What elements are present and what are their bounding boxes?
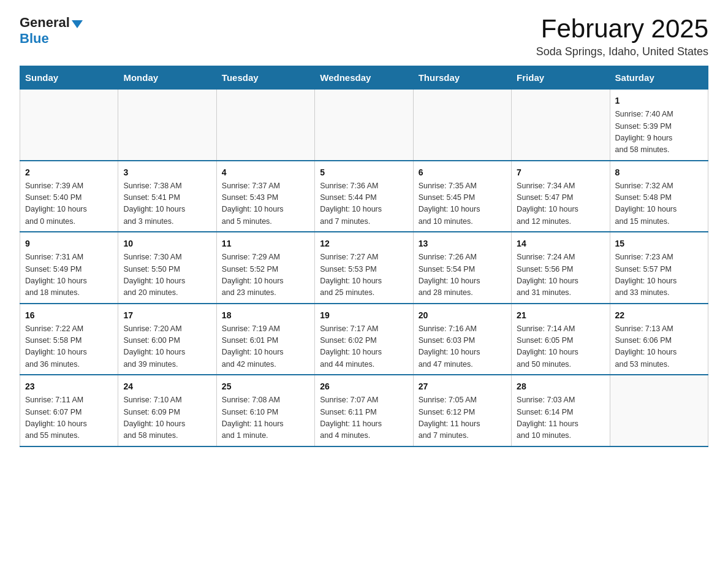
calendar-cell bbox=[118, 90, 216, 161]
calendar-cell: 27Sunrise: 7:05 AM Sunset: 6:12 PM Dayli… bbox=[413, 375, 511, 446]
logo-blue-text: Blue bbox=[20, 31, 49, 47]
calendar-cell: 26Sunrise: 7:07 AM Sunset: 6:11 PM Dayli… bbox=[315, 375, 413, 446]
day-info: Sunrise: 7:22 AM Sunset: 5:58 PM Dayligh… bbox=[25, 323, 113, 371]
calendar-cell: 2Sunrise: 7:39 AM Sunset: 5:40 PM Daylig… bbox=[20, 161, 118, 232]
calendar-cell: 21Sunrise: 7:14 AM Sunset: 6:05 PM Dayli… bbox=[512, 304, 610, 375]
month-title: February 2025 bbox=[536, 15, 708, 43]
day-info: Sunrise: 7:13 AM Sunset: 6:06 PM Dayligh… bbox=[615, 323, 703, 371]
calendar-cell: 11Sunrise: 7:29 AM Sunset: 5:52 PM Dayli… bbox=[216, 232, 314, 304]
day-info: Sunrise: 7:19 AM Sunset: 6:01 PM Dayligh… bbox=[222, 323, 309, 371]
calendar-cell: 1Sunrise: 7:40 AM Sunset: 5:39 PM Daylig… bbox=[610, 90, 708, 161]
calendar-cell: 15Sunrise: 7:23 AM Sunset: 5:57 PM Dayli… bbox=[610, 232, 708, 304]
day-info: Sunrise: 7:03 AM Sunset: 6:14 PM Dayligh… bbox=[517, 394, 604, 442]
day-number: 6 bbox=[419, 166, 506, 179]
day-number: 15 bbox=[615, 237, 703, 250]
calendar-week-row: 2Sunrise: 7:39 AM Sunset: 5:40 PM Daylig… bbox=[20, 161, 708, 232]
day-number: 11 bbox=[222, 237, 309, 250]
day-info: Sunrise: 7:29 AM Sunset: 5:52 PM Dayligh… bbox=[222, 251, 309, 299]
calendar-cell: 12Sunrise: 7:27 AM Sunset: 5:53 PM Dayli… bbox=[315, 232, 413, 304]
calendar-week-row: 16Sunrise: 7:22 AM Sunset: 5:58 PM Dayli… bbox=[20, 304, 708, 375]
day-info: Sunrise: 7:10 AM Sunset: 6:09 PM Dayligh… bbox=[123, 394, 211, 442]
calendar-week-row: 1Sunrise: 7:40 AM Sunset: 5:39 PM Daylig… bbox=[20, 90, 708, 161]
day-number: 2 bbox=[25, 166, 113, 179]
day-info: Sunrise: 7:11 AM Sunset: 6:07 PM Dayligh… bbox=[25, 394, 113, 442]
calendar-cell: 19Sunrise: 7:17 AM Sunset: 6:02 PM Dayli… bbox=[315, 304, 413, 375]
day-info: Sunrise: 7:16 AM Sunset: 6:03 PM Dayligh… bbox=[419, 323, 506, 371]
day-info: Sunrise: 7:35 AM Sunset: 5:45 PM Dayligh… bbox=[419, 180, 506, 228]
day-info: Sunrise: 7:26 AM Sunset: 5:54 PM Dayligh… bbox=[419, 251, 506, 299]
weekday-header-tuesday: Tuesday bbox=[216, 66, 314, 90]
day-number: 17 bbox=[123, 309, 211, 322]
calendar-week-row: 9Sunrise: 7:31 AM Sunset: 5:49 PM Daylig… bbox=[20, 232, 708, 304]
calendar-cell: 16Sunrise: 7:22 AM Sunset: 5:58 PM Dayli… bbox=[20, 304, 118, 375]
day-info: Sunrise: 7:05 AM Sunset: 6:12 PM Dayligh… bbox=[419, 394, 506, 442]
day-number: 13 bbox=[419, 237, 506, 250]
logo: General Blue bbox=[20, 15, 83, 47]
calendar-cell: 13Sunrise: 7:26 AM Sunset: 5:54 PM Dayli… bbox=[413, 232, 511, 304]
day-info: Sunrise: 7:07 AM Sunset: 6:11 PM Dayligh… bbox=[320, 394, 408, 442]
calendar-week-row: 23Sunrise: 7:11 AM Sunset: 6:07 PM Dayli… bbox=[20, 375, 708, 446]
day-number: 4 bbox=[222, 166, 309, 179]
logo-general-text: General bbox=[20, 15, 70, 31]
day-number: 18 bbox=[222, 309, 309, 322]
day-info: Sunrise: 7:08 AM Sunset: 6:10 PM Dayligh… bbox=[222, 394, 309, 442]
weekday-header-row: SundayMondayTuesdayWednesdayThursdayFrid… bbox=[20, 66, 708, 90]
day-number: 10 bbox=[123, 237, 211, 250]
weekday-header-wednesday: Wednesday bbox=[315, 66, 413, 90]
day-number: 21 bbox=[517, 309, 604, 322]
calendar-cell: 8Sunrise: 7:32 AM Sunset: 5:48 PM Daylig… bbox=[610, 161, 708, 232]
calendar-cell: 23Sunrise: 7:11 AM Sunset: 6:07 PM Dayli… bbox=[20, 375, 118, 446]
weekday-header-thursday: Thursday bbox=[413, 66, 511, 90]
day-number: 20 bbox=[419, 309, 506, 322]
day-number: 27 bbox=[419, 380, 506, 393]
day-info: Sunrise: 7:32 AM Sunset: 5:48 PM Dayligh… bbox=[615, 180, 703, 228]
day-number: 16 bbox=[25, 309, 113, 322]
weekday-header-friday: Friday bbox=[512, 66, 610, 90]
day-number: 8 bbox=[615, 166, 703, 179]
day-number: 9 bbox=[25, 237, 113, 250]
day-info: Sunrise: 7:38 AM Sunset: 5:41 PM Dayligh… bbox=[123, 180, 211, 228]
calendar-cell: 24Sunrise: 7:10 AM Sunset: 6:09 PM Dayli… bbox=[118, 375, 216, 446]
calendar-cell: 3Sunrise: 7:38 AM Sunset: 5:41 PM Daylig… bbox=[118, 161, 216, 232]
location-text: Soda Springs, Idaho, United States bbox=[536, 45, 708, 58]
weekday-header-sunday: Sunday bbox=[20, 66, 118, 90]
calendar-cell: 6Sunrise: 7:35 AM Sunset: 5:45 PM Daylig… bbox=[413, 161, 511, 232]
header-right: February 2025 Soda Springs, Idaho, Unite… bbox=[536, 15, 708, 58]
calendar-cell bbox=[315, 90, 413, 161]
calendar-cell bbox=[216, 90, 314, 161]
weekday-header-saturday: Saturday bbox=[610, 66, 708, 90]
calendar-cell: 7Sunrise: 7:34 AM Sunset: 5:47 PM Daylig… bbox=[512, 161, 610, 232]
day-info: Sunrise: 7:14 AM Sunset: 6:05 PM Dayligh… bbox=[517, 323, 604, 371]
calendar-cell bbox=[413, 90, 511, 161]
day-number: 26 bbox=[320, 380, 408, 393]
logo-triangle-icon bbox=[72, 20, 83, 28]
calendar-cell: 14Sunrise: 7:24 AM Sunset: 5:56 PM Dayli… bbox=[512, 232, 610, 304]
calendar-cell: 25Sunrise: 7:08 AM Sunset: 6:10 PM Dayli… bbox=[216, 375, 314, 446]
day-info: Sunrise: 7:17 AM Sunset: 6:02 PM Dayligh… bbox=[320, 323, 408, 371]
day-number: 14 bbox=[517, 237, 604, 250]
day-number: 24 bbox=[123, 380, 211, 393]
calendar-cell: 18Sunrise: 7:19 AM Sunset: 6:01 PM Dayli… bbox=[216, 304, 314, 375]
day-number: 5 bbox=[320, 166, 408, 179]
day-number: 25 bbox=[222, 380, 309, 393]
calendar-cell bbox=[512, 90, 610, 161]
calendar-cell: 17Sunrise: 7:20 AM Sunset: 6:00 PM Dayli… bbox=[118, 304, 216, 375]
calendar-cell: 10Sunrise: 7:30 AM Sunset: 5:50 PM Dayli… bbox=[118, 232, 216, 304]
day-info: Sunrise: 7:27 AM Sunset: 5:53 PM Dayligh… bbox=[320, 251, 408, 299]
day-info: Sunrise: 7:34 AM Sunset: 5:47 PM Dayligh… bbox=[517, 180, 604, 228]
calendar-cell bbox=[20, 90, 118, 161]
day-number: 3 bbox=[123, 166, 211, 179]
calendar-cell: 28Sunrise: 7:03 AM Sunset: 6:14 PM Dayli… bbox=[512, 375, 610, 446]
day-number: 28 bbox=[517, 380, 604, 393]
day-info: Sunrise: 7:31 AM Sunset: 5:49 PM Dayligh… bbox=[25, 251, 113, 299]
day-info: Sunrise: 7:40 AM Sunset: 5:39 PM Dayligh… bbox=[615, 109, 703, 156]
day-info: Sunrise: 7:39 AM Sunset: 5:40 PM Dayligh… bbox=[25, 180, 113, 228]
day-info: Sunrise: 7:23 AM Sunset: 5:57 PM Dayligh… bbox=[615, 251, 703, 299]
weekday-header-monday: Monday bbox=[118, 66, 216, 90]
calendar-cell bbox=[610, 375, 708, 446]
day-number: 23 bbox=[25, 380, 113, 393]
day-number: 1 bbox=[615, 94, 703, 107]
day-info: Sunrise: 7:24 AM Sunset: 5:56 PM Dayligh… bbox=[517, 251, 604, 299]
calendar-cell: 22Sunrise: 7:13 AM Sunset: 6:06 PM Dayli… bbox=[610, 304, 708, 375]
day-number: 7 bbox=[517, 166, 604, 179]
